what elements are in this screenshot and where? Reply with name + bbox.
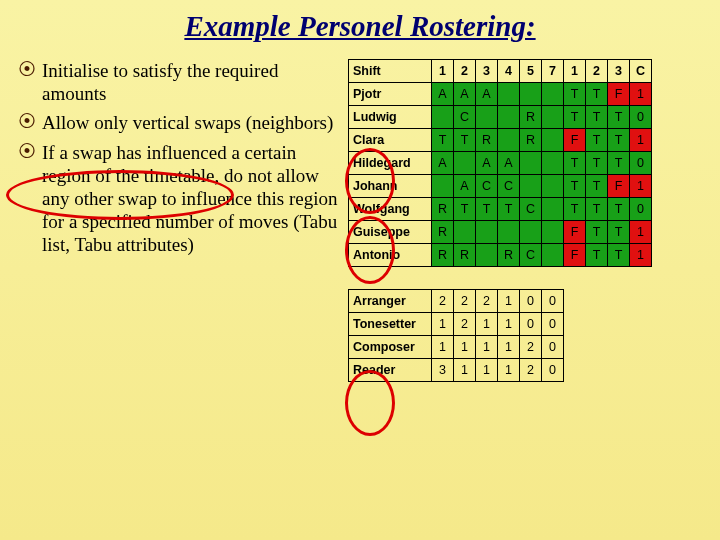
cell: R <box>432 221 454 244</box>
slide-title: Example Personel Rostering: <box>0 0 720 43</box>
cell: T <box>586 221 608 244</box>
table-row: LudwigCRTTT0 <box>349 106 652 129</box>
cell: A <box>454 175 476 198</box>
col-c3: 3 <box>608 60 630 83</box>
cell <box>542 83 564 106</box>
slide: Example Personel Rostering: Initialise t… <box>0 0 720 540</box>
cell: A <box>454 83 476 106</box>
cell <box>454 221 476 244</box>
cell: 0 <box>542 290 564 313</box>
cell <box>454 152 476 175</box>
cell: R <box>498 244 520 267</box>
row-label: Clara <box>349 129 432 152</box>
col-c2: 2 <box>586 60 608 83</box>
row-label: Antonio <box>349 244 432 267</box>
cell: A <box>498 152 520 175</box>
table-row: WolfgangRTTTCTTT0 <box>349 198 652 221</box>
cell: T <box>608 129 630 152</box>
cell <box>498 83 520 106</box>
cell <box>542 198 564 221</box>
cell: T <box>454 198 476 221</box>
cell: 1 <box>498 336 520 359</box>
cell: A <box>476 83 498 106</box>
cell <box>542 106 564 129</box>
cell: F <box>564 244 586 267</box>
cell: A <box>476 152 498 175</box>
cell <box>476 244 498 267</box>
cell: T <box>608 244 630 267</box>
row-label: Ludwig <box>349 106 432 129</box>
header-row: Shift 1 2 3 4 5 7 1 2 3 C <box>349 60 652 83</box>
cell: T <box>586 106 608 129</box>
cell: R <box>476 129 498 152</box>
table-row: GuiseppeRFTT1 <box>349 221 652 244</box>
cell <box>542 152 564 175</box>
cell: T <box>476 198 498 221</box>
cell: T <box>454 129 476 152</box>
cell: R <box>454 244 476 267</box>
cell: C <box>520 198 542 221</box>
col-cc: C <box>630 60 652 83</box>
cell: F <box>608 175 630 198</box>
bullet-item: If a swap has influenced a certain regio… <box>18 141 338 257</box>
cell: T <box>586 244 608 267</box>
cell: 1 <box>476 359 498 382</box>
cell: R <box>520 129 542 152</box>
cell: 1 <box>630 244 652 267</box>
row-label: Arranger <box>349 290 432 313</box>
bullet-item: Allow only vertical swaps (neighbors) <box>18 111 338 134</box>
cell: C <box>454 106 476 129</box>
cell <box>520 83 542 106</box>
cell: T <box>564 83 586 106</box>
cell: T <box>608 221 630 244</box>
cell: 2 <box>454 313 476 336</box>
table-row: Composer111120 <box>349 336 652 359</box>
cell: R <box>432 244 454 267</box>
table-row: Tonesetter121100 <box>349 313 652 336</box>
cell: 2 <box>454 290 476 313</box>
cell: T <box>498 198 520 221</box>
cell: 2 <box>520 336 542 359</box>
cell: 1 <box>432 336 454 359</box>
row-label: Pjotr <box>349 83 432 106</box>
cell: T <box>586 152 608 175</box>
col-c1: 1 <box>564 60 586 83</box>
slide-body: Initialise to satisfy the required amoun… <box>0 43 720 382</box>
cell: F <box>564 221 586 244</box>
row-label: Composer <box>349 336 432 359</box>
cell: 1 <box>432 313 454 336</box>
cell: 1 <box>630 221 652 244</box>
cell: 1 <box>454 359 476 382</box>
cell: T <box>564 152 586 175</box>
table-column: Shift 1 2 3 4 5 7 1 2 3 C PjotrAAATTF1Lu… <box>348 59 702 382</box>
cell: T <box>432 129 454 152</box>
bullets-column: Initialise to satisfy the required amoun… <box>18 59 338 382</box>
table-row: AntonioRRRCFTT1 <box>349 244 652 267</box>
cell: C <box>498 175 520 198</box>
cell: T <box>608 152 630 175</box>
row-label: Tonesetter <box>349 313 432 336</box>
cell: T <box>608 198 630 221</box>
cell <box>432 175 454 198</box>
cell <box>476 106 498 129</box>
col-5: 5 <box>520 60 542 83</box>
cell: 3 <box>432 359 454 382</box>
cell: 1 <box>476 313 498 336</box>
cell: 1 <box>498 290 520 313</box>
cell: 1 <box>498 313 520 336</box>
cell <box>498 221 520 244</box>
row-label: Wolfgang <box>349 198 432 221</box>
cell: T <box>564 175 586 198</box>
cell: 0 <box>630 106 652 129</box>
cell: T <box>586 83 608 106</box>
header-label: Shift <box>349 60 432 83</box>
cell: 1 <box>630 175 652 198</box>
row-label: Reader <box>349 359 432 382</box>
col-3: 3 <box>476 60 498 83</box>
cell: T <box>608 106 630 129</box>
cell <box>520 221 542 244</box>
cell: C <box>476 175 498 198</box>
col-1: 1 <box>432 60 454 83</box>
cell <box>542 175 564 198</box>
col-2: 2 <box>454 60 476 83</box>
